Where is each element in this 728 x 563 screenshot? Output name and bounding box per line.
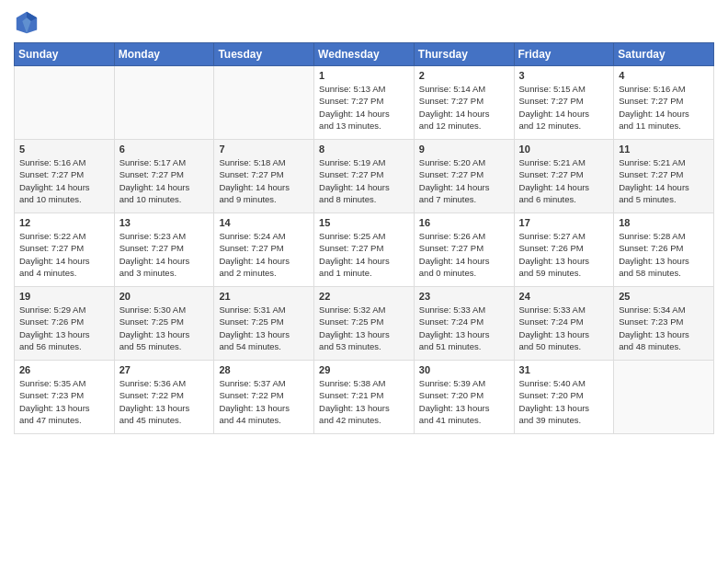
calendar-cell: 1Sunrise: 5:13 AM Sunset: 7:27 PM Daylig… xyxy=(314,66,415,140)
calendar-cell xyxy=(15,66,115,140)
day-number: 30 xyxy=(419,364,509,375)
day-content: Sunrise: 5:17 AM Sunset: 7:27 PM Dayligh… xyxy=(119,156,210,205)
calendar-cell: 23Sunrise: 5:33 AM Sunset: 7:24 PM Dayli… xyxy=(414,287,514,361)
day-number: 6 xyxy=(119,144,210,155)
day-number: 8 xyxy=(319,144,409,155)
calendar-cell: 16Sunrise: 5:26 AM Sunset: 7:27 PM Dayli… xyxy=(414,213,514,287)
day-content: Sunrise: 5:19 AM Sunset: 7:27 PM Dayligh… xyxy=(319,156,409,205)
calendar-cell: 22Sunrise: 5:32 AM Sunset: 7:25 PM Dayli… xyxy=(314,287,415,361)
calendar-cell: 17Sunrise: 5:27 AM Sunset: 7:26 PM Dayli… xyxy=(514,213,614,287)
day-content: Sunrise: 5:31 AM Sunset: 7:25 PM Dayligh… xyxy=(219,304,309,352)
calendar-cell: 18Sunrise: 5:28 AM Sunset: 7:26 PM Dayli… xyxy=(614,213,714,287)
day-number: 16 xyxy=(419,217,509,228)
calendar-cell: 26Sunrise: 5:35 AM Sunset: 7:23 PM Dayli… xyxy=(15,361,115,434)
calendar-table: SundayMondayTuesdayWednesdayThursdayFrid… xyxy=(14,42,714,434)
day-number: 17 xyxy=(519,217,609,228)
day-header-tuesday: Tuesday xyxy=(214,43,314,66)
day-number: 15 xyxy=(319,217,409,228)
day-content: Sunrise: 5:22 AM Sunset: 7:27 PM Dayligh… xyxy=(19,230,109,279)
day-number: 5 xyxy=(19,144,109,155)
day-number: 3 xyxy=(519,70,609,81)
day-number: 25 xyxy=(619,291,709,302)
day-content: Sunrise: 5:28 AM Sunset: 7:26 PM Dayligh… xyxy=(619,230,709,279)
week-row-4: 19Sunrise: 5:29 AM Sunset: 7:26 PM Dayli… xyxy=(15,287,714,361)
day-content: Sunrise: 5:15 AM Sunset: 7:27 PM Dayligh… xyxy=(519,83,609,132)
calendar-cell: 29Sunrise: 5:38 AM Sunset: 7:21 PM Dayli… xyxy=(314,361,415,434)
logo-icon xyxy=(14,9,40,35)
calendar-cell: 7Sunrise: 5:18 AM Sunset: 7:27 PM Daylig… xyxy=(214,140,314,213)
day-number: 31 xyxy=(519,364,609,375)
day-number: 26 xyxy=(19,364,109,375)
day-number: 24 xyxy=(519,291,609,302)
day-header-wednesday: Wednesday xyxy=(314,43,415,66)
day-content: Sunrise: 5:39 AM Sunset: 7:20 PM Dayligh… xyxy=(419,377,509,426)
calendar-cell: 30Sunrise: 5:39 AM Sunset: 7:20 PM Dayli… xyxy=(414,361,514,434)
calendar-cell: 21Sunrise: 5:31 AM Sunset: 7:25 PM Dayli… xyxy=(214,287,314,361)
calendar-cell: 27Sunrise: 5:36 AM Sunset: 7:22 PM Dayli… xyxy=(114,361,214,434)
day-content: Sunrise: 5:14 AM Sunset: 7:27 PM Dayligh… xyxy=(419,83,509,132)
day-content: Sunrise: 5:36 AM Sunset: 7:22 PM Dayligh… xyxy=(119,377,210,426)
calendar-cell xyxy=(214,66,314,140)
day-content: Sunrise: 5:16 AM Sunset: 7:27 PM Dayligh… xyxy=(19,156,109,205)
day-content: Sunrise: 5:26 AM Sunset: 7:27 PM Dayligh… xyxy=(419,230,509,279)
calendar-cell: 31Sunrise: 5:40 AM Sunset: 7:20 PM Dayli… xyxy=(514,361,614,434)
week-row-3: 12Sunrise: 5:22 AM Sunset: 7:27 PM Dayli… xyxy=(15,213,714,287)
day-number: 13 xyxy=(119,217,210,228)
calendar-cell: 20Sunrise: 5:30 AM Sunset: 7:25 PM Dayli… xyxy=(114,287,214,361)
day-header-thursday: Thursday xyxy=(414,43,514,66)
week-row-5: 26Sunrise: 5:35 AM Sunset: 7:23 PM Dayli… xyxy=(15,361,714,434)
day-number: 23 xyxy=(419,291,509,302)
day-content: Sunrise: 5:21 AM Sunset: 7:27 PM Dayligh… xyxy=(619,156,709,205)
day-content: Sunrise: 5:24 AM Sunset: 7:27 PM Dayligh… xyxy=(219,230,309,279)
calendar-cell: 19Sunrise: 5:29 AM Sunset: 7:26 PM Dayli… xyxy=(15,287,115,361)
calendar-cell: 15Sunrise: 5:25 AM Sunset: 7:27 PM Dayli… xyxy=(314,213,415,287)
calendar-cell: 25Sunrise: 5:34 AM Sunset: 7:23 PM Dayli… xyxy=(614,287,714,361)
day-content: Sunrise: 5:20 AM Sunset: 7:27 PM Dayligh… xyxy=(419,156,509,205)
calendar-container: SundayMondayTuesdayWednesdayThursdayFrid… xyxy=(0,0,728,448)
week-row-1: 1Sunrise: 5:13 AM Sunset: 7:27 PM Daylig… xyxy=(15,66,714,140)
day-number: 4 xyxy=(619,70,709,81)
day-content: Sunrise: 5:29 AM Sunset: 7:26 PM Dayligh… xyxy=(19,304,109,352)
day-content: Sunrise: 5:35 AM Sunset: 7:23 PM Dayligh… xyxy=(19,377,109,426)
day-header-saturday: Saturday xyxy=(614,43,714,66)
day-number: 14 xyxy=(219,217,309,228)
day-header-monday: Monday xyxy=(114,43,214,66)
day-content: Sunrise: 5:21 AM Sunset: 7:27 PM Dayligh… xyxy=(519,156,609,205)
day-number: 1 xyxy=(319,70,409,81)
calendar-cell: 13Sunrise: 5:23 AM Sunset: 7:27 PM Dayli… xyxy=(114,213,214,287)
day-content: Sunrise: 5:37 AM Sunset: 7:22 PM Dayligh… xyxy=(219,377,309,426)
day-number: 29 xyxy=(319,364,409,375)
day-content: Sunrise: 5:40 AM Sunset: 7:20 PM Dayligh… xyxy=(519,377,609,426)
day-number: 27 xyxy=(119,364,210,375)
day-content: Sunrise: 5:33 AM Sunset: 7:24 PM Dayligh… xyxy=(419,304,509,352)
day-content: Sunrise: 5:33 AM Sunset: 7:24 PM Dayligh… xyxy=(519,304,609,352)
day-content: Sunrise: 5:25 AM Sunset: 7:27 PM Dayligh… xyxy=(319,230,409,279)
day-header-sunday: Sunday xyxy=(15,43,115,66)
day-header-friday: Friday xyxy=(514,43,614,66)
day-number: 20 xyxy=(119,291,210,302)
day-number: 9 xyxy=(419,144,509,155)
day-number: 28 xyxy=(219,364,309,375)
calendar-cell xyxy=(614,361,714,434)
day-number: 19 xyxy=(19,291,109,302)
day-number: 2 xyxy=(419,70,509,81)
day-number: 18 xyxy=(619,217,709,228)
calendar-cell: 5Sunrise: 5:16 AM Sunset: 7:27 PM Daylig… xyxy=(15,140,115,213)
calendar-cell: 10Sunrise: 5:21 AM Sunset: 7:27 PM Dayli… xyxy=(514,140,614,213)
calendar-header-row: SundayMondayTuesdayWednesdayThursdayFrid… xyxy=(15,43,714,66)
calendar-cell: 12Sunrise: 5:22 AM Sunset: 7:27 PM Dayli… xyxy=(15,213,115,287)
calendar-cell: 2Sunrise: 5:14 AM Sunset: 7:27 PM Daylig… xyxy=(414,66,514,140)
calendar-cell: 4Sunrise: 5:16 AM Sunset: 7:27 PM Daylig… xyxy=(614,66,714,140)
calendar-cell: 3Sunrise: 5:15 AM Sunset: 7:27 PM Daylig… xyxy=(514,66,614,140)
day-content: Sunrise: 5:30 AM Sunset: 7:25 PM Dayligh… xyxy=(119,304,210,352)
day-content: Sunrise: 5:38 AM Sunset: 7:21 PM Dayligh… xyxy=(319,377,409,426)
day-number: 12 xyxy=(19,217,109,228)
calendar-header xyxy=(14,9,714,35)
calendar-cell: 11Sunrise: 5:21 AM Sunset: 7:27 PM Dayli… xyxy=(614,140,714,213)
calendar-cell: 14Sunrise: 5:24 AM Sunset: 7:27 PM Dayli… xyxy=(214,213,314,287)
day-content: Sunrise: 5:23 AM Sunset: 7:27 PM Dayligh… xyxy=(119,230,210,279)
calendar-cell: 8Sunrise: 5:19 AM Sunset: 7:27 PM Daylig… xyxy=(314,140,415,213)
day-content: Sunrise: 5:13 AM Sunset: 7:27 PM Dayligh… xyxy=(319,83,409,132)
day-number: 11 xyxy=(619,144,709,155)
day-number: 22 xyxy=(319,291,409,302)
